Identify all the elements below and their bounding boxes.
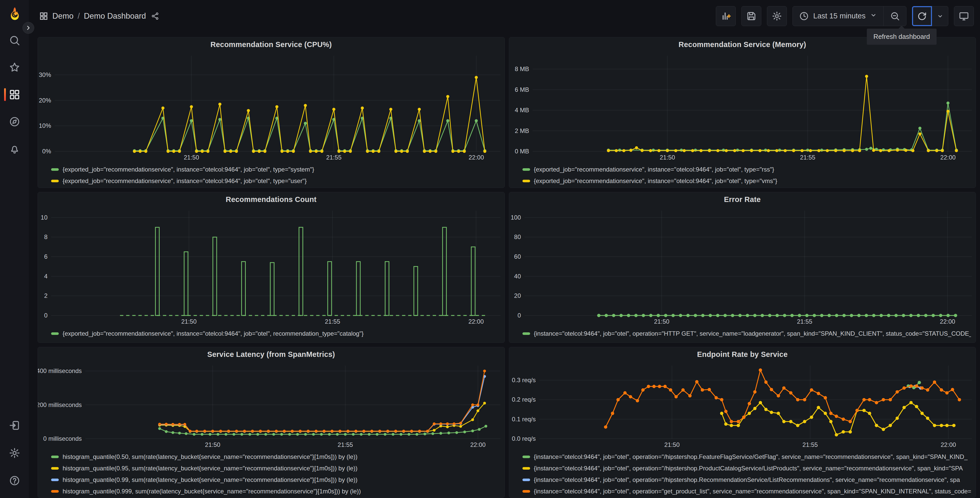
refresh-dashboard-button[interactable]	[912, 6, 932, 26]
svg-text:22:00: 22:00	[468, 318, 484, 325]
share-dashboard-icon[interactable]	[151, 12, 159, 20]
svg-text:400 milliseconds: 400 milliseconds	[38, 367, 82, 374]
legend-item[interactable]: histogram_quantile(0.95, sum(rate(latenc…	[51, 463, 500, 474]
legend-swatch	[522, 479, 530, 481]
legend-label: histogram_quantile(0.50, sum(rate(latenc…	[63, 453, 357, 460]
svg-text:30%: 30%	[39, 71, 51, 78]
svg-text:60: 60	[514, 253, 521, 260]
grafana-logo[interactable]	[8, 6, 22, 21]
svg-text:2: 2	[44, 292, 48, 299]
legend-swatch	[51, 180, 59, 182]
breadcrumb-section[interactable]: Demo	[52, 11, 73, 21]
legend-item[interactable]: histogram_quantile(0.99, sum(rate(latenc…	[51, 474, 500, 485]
recommendations-count-chart[interactable]: 024681021:5021:5522:00	[38, 207, 504, 326]
legend-item[interactable]: histogram_quantile(0.50, sum(rate(latenc…	[51, 451, 500, 463]
svg-text:10%: 10%	[39, 122, 51, 129]
cpu-chart[interactable]: 0%10%20%30%21:5021:5522:00	[38, 52, 504, 161]
save-dashboard-button[interactable]	[741, 6, 761, 26]
chevron-down-icon	[870, 11, 877, 21]
refresh-interval-dropdown[interactable]	[932, 6, 948, 26]
svg-text:20%: 20%	[39, 97, 51, 104]
sidebar-expand-button[interactable]	[22, 22, 34, 34]
svg-text:21:55: 21:55	[800, 154, 815, 161]
dashboards-grid-icon	[9, 89, 21, 101]
legend-item[interactable]: {exported_job="recommendationservice", i…	[51, 328, 500, 339]
zoom-out-time-button[interactable]	[883, 6, 906, 26]
kiosk-mode-button[interactable]	[954, 6, 974, 26]
panel-service-latency: Service Latency (from SpanMetrics) 0 mil…	[38, 347, 505, 498]
zoom-out-icon	[890, 11, 900, 21]
legend-item[interactable]: {exported_job="recommendationservice", i…	[522, 175, 971, 187]
legend-swatch	[522, 456, 530, 458]
legend-swatch	[522, 490, 530, 493]
endpoint-rate-chart[interactable]: 0.0 req/s0.1 req/s0.2 req/s0.3 req/s21:5…	[509, 361, 976, 449]
legend-item[interactable]: {instance="otelcol:9464", job="otel", op…	[522, 451, 971, 463]
endpoint-rate-legend: {instance="otelcol:9464", job="otel", op…	[509, 449, 976, 497]
legend-item[interactable]: {exported_job="recommendationservice", i…	[522, 164, 971, 175]
legend-label: {exported_job="recommendationservice", i…	[63, 330, 364, 337]
service-latency-chart[interactable]: 0 milliseconds200 milliseconds400 millis…	[38, 361, 504, 449]
sidebar-item-dashboards[interactable]	[0, 88, 29, 102]
sidebar-item-help[interactable]	[0, 474, 29, 488]
legend-item[interactable]: histogram_quantile(0.999, sum(rate(laten…	[51, 485, 500, 497]
panel-title[interactable]: Endpoint Rate by Service	[509, 347, 976, 361]
sidebar-item-alerting[interactable]	[0, 142, 29, 156]
svg-text:4 MB: 4 MB	[514, 107, 529, 113]
svg-text:21:55: 21:55	[325, 318, 340, 325]
legend-swatch	[51, 467, 59, 469]
svg-text:6: 6	[44, 253, 48, 260]
svg-text:21:50: 21:50	[664, 441, 679, 448]
breadcrumb-separator: /	[78, 11, 80, 21]
gear-icon	[9, 447, 21, 459]
dashboard-settings-button[interactable]	[767, 6, 787, 26]
sidebar-item-starred[interactable]	[0, 60, 29, 75]
sidebar	[0, 0, 29, 498]
svg-text:21:55: 21:55	[802, 441, 818, 448]
legend-item[interactable]: {instance="otelcol:9464", job="otel", op…	[522, 463, 971, 474]
time-controls-group: Last 15 minutes	[792, 6, 907, 26]
service-latency-legend: histogram_quantile(0.50, sum(rate(latenc…	[38, 449, 504, 497]
save-icon	[746, 11, 757, 21]
legend-item[interactable]: {exported_job="recommendationservice", i…	[51, 175, 500, 187]
svg-text:21:50: 21:50	[654, 318, 669, 325]
dashboard-grid: Recommendation Service (CPU%) 0%10%20%30…	[29, 32, 980, 498]
svg-text:0.1 req/s: 0.1 req/s	[512, 416, 536, 423]
dashboard-header: Demo / Demo Dashboard Last 15 minutes	[29, 0, 980, 32]
legend-label: {exported_job="recommendationservice", i…	[63, 166, 314, 173]
bell-icon	[9, 143, 21, 155]
legend-swatch	[51, 168, 59, 171]
dashboard-grid-icon	[39, 11, 48, 21]
legend-item[interactable]: {instance="otelcol:9464", job="otel", op…	[522, 474, 971, 485]
svg-text:10: 10	[41, 214, 48, 221]
sidebar-item-explore[interactable]	[0, 115, 29, 129]
add-panel-button[interactable]	[716, 6, 736, 26]
error-rate-chart[interactable]: 02040608010021:5021:5522:00	[509, 207, 976, 326]
svg-text:21:55: 21:55	[326, 154, 342, 161]
legend-swatch	[522, 180, 530, 182]
svg-text:0: 0	[44, 312, 48, 319]
memory-chart[interactable]: 0 MB2 MB4 MB6 MB8 MB21:5021:5522:00	[509, 52, 976, 161]
svg-text:21:55: 21:55	[338, 441, 353, 448]
legend-label: histogram_quantile(0.999, sum(rate(laten…	[63, 488, 361, 495]
sign-in-icon	[9, 420, 21, 431]
legend-swatch	[51, 479, 59, 481]
sidebar-item-sign-in[interactable]	[0, 418, 29, 433]
time-range-picker[interactable]: Last 15 minutes	[793, 6, 883, 26]
panel-title[interactable]: Recommendations Count	[38, 192, 504, 207]
breadcrumb-page-title[interactable]: Demo Dashboard	[84, 11, 146, 21]
star-icon	[9, 62, 21, 73]
panel-title[interactable]: Error Rate	[509, 192, 976, 207]
sidebar-item-search[interactable]	[0, 33, 29, 48]
sidebar-item-settings[interactable]	[0, 446, 29, 460]
legend-item[interactable]: {instance="otelcol:9464", job="otel", op…	[522, 485, 971, 497]
add-panel-icon	[721, 11, 731, 21]
legend-label: {instance="otelcol:9464", job="otel", op…	[534, 453, 968, 460]
legend-item[interactable]: {instance="otelcol:9464", job="otel", op…	[522, 328, 971, 339]
legend-item[interactable]: {exported_job="recommendationservice", i…	[51, 164, 500, 175]
recommendations-count-legend: {exported_job="recommendationservice", i…	[38, 326, 504, 339]
legend-label: {exported_job="recommendationservice", i…	[534, 166, 774, 173]
monitor-icon	[959, 11, 969, 21]
panel-title[interactable]: Service Latency (from SpanMetrics)	[38, 347, 504, 361]
panel-title[interactable]: Recommendation Service (CPU%)	[38, 37, 504, 52]
svg-text:80: 80	[514, 233, 521, 240]
